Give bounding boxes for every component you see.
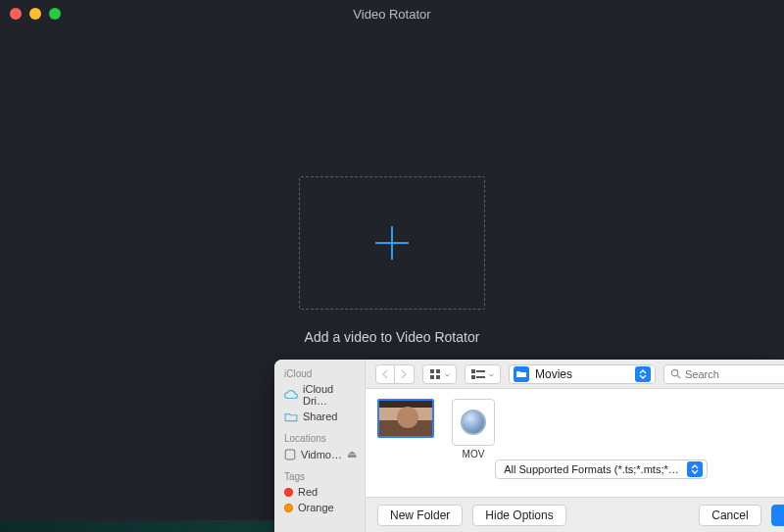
quicktime-file-icon xyxy=(452,399,495,446)
group-icon xyxy=(471,369,485,379)
sidebar-item-icloud-drive[interactable]: iCloud Dri… xyxy=(274,381,365,409)
dock-background-sliver xyxy=(0,520,274,532)
sidebar-item-label: Vidmo… xyxy=(301,449,342,460)
format-filter-label: All Supported Formats (*.ts;*.mts;*… xyxy=(504,463,679,475)
forward-button[interactable] xyxy=(395,364,415,384)
search-input[interactable] xyxy=(685,368,784,380)
open-file-dialog: iCloud iCloud Dri… Shared Locations Vidm… xyxy=(274,360,784,532)
folder-icon xyxy=(514,366,529,382)
chevron-left-icon xyxy=(381,369,389,379)
svg-rect-8 xyxy=(476,376,485,378)
dialog-sidebar: iCloud iCloud Dri… Shared Locations Vidm… xyxy=(274,360,366,532)
file-item-selected[interactable] xyxy=(377,399,434,438)
file-label: MOV xyxy=(463,449,485,459)
plus-icon xyxy=(391,226,393,260)
dialog-main: ⌵ ⌵ Movies xyxy=(366,360,784,532)
cloud-icon xyxy=(284,390,298,400)
sidebar-item-label: Red xyxy=(298,486,318,498)
tag-dot-icon xyxy=(284,504,293,512)
eject-icon[interactable]: ⏏ xyxy=(347,448,357,460)
sidebar-header-tags: Tags xyxy=(274,468,365,484)
zoom-window-button[interactable] xyxy=(49,8,61,20)
dropdown-arrows-icon xyxy=(635,366,651,382)
svg-point-9 xyxy=(671,369,677,375)
format-filter-row: All Supported Formats (*.ts;*.mts;*… xyxy=(366,459,784,479)
chevron-down-icon: ⌵ xyxy=(489,369,494,378)
svg-rect-2 xyxy=(436,369,440,373)
svg-rect-6 xyxy=(476,370,485,372)
search-field[interactable] xyxy=(663,364,784,384)
window-title: Video Rotator xyxy=(0,7,784,22)
nav-buttons xyxy=(375,364,415,384)
sidebar-header-icloud: iCloud xyxy=(274,365,365,381)
titlebar: Video Rotator xyxy=(0,0,784,27)
dialog-toolbar: ⌵ ⌵ Movies xyxy=(366,360,784,389)
svg-rect-0 xyxy=(285,450,295,459)
window-controls xyxy=(10,8,61,20)
tag-dot-icon xyxy=(284,488,293,497)
shared-folder-icon xyxy=(284,411,298,422)
group-by-button[interactable]: ⌵ xyxy=(465,364,501,384)
sidebar-tag-red[interactable]: Red xyxy=(274,484,365,500)
sidebar-item-shared[interactable]: Shared xyxy=(274,409,365,424)
location-name: Movies xyxy=(535,367,629,381)
sidebar-header-locations: Locations xyxy=(274,430,365,446)
hide-options-button[interactable]: Hide Options xyxy=(472,505,565,526)
dropzone-caption: Add a video to Video Rotator xyxy=(0,329,784,345)
search-icon xyxy=(670,368,681,379)
svg-rect-5 xyxy=(471,369,475,373)
open-button[interactable]: Open xyxy=(771,505,784,526)
icon-view-icon xyxy=(429,368,441,380)
dropdown-arrows-icon xyxy=(687,461,703,477)
minimize-window-button[interactable] xyxy=(29,8,41,20)
chevron-right-icon xyxy=(400,369,408,379)
new-folder-button[interactable]: New Folder xyxy=(377,505,463,526)
add-video-dropzone[interactable] xyxy=(299,176,485,310)
back-button[interactable] xyxy=(375,364,395,384)
svg-rect-7 xyxy=(471,375,475,379)
disk-icon xyxy=(284,449,296,460)
video-thumbnail xyxy=(377,399,434,438)
sidebar-item-volume[interactable]: Vidmo… ⏏ xyxy=(274,446,365,462)
close-window-button[interactable] xyxy=(10,8,22,20)
svg-rect-3 xyxy=(430,375,434,379)
view-mode-button[interactable]: ⌵ xyxy=(422,364,457,384)
svg-rect-4 xyxy=(436,375,440,379)
chevron-down-icon: ⌵ xyxy=(445,369,450,378)
sidebar-item-label: iCloud Dri… xyxy=(303,383,357,407)
sidebar-item-label: Orange xyxy=(298,502,334,513)
cancel-button[interactable]: Cancel xyxy=(699,505,760,526)
file-browser[interactable]: MOV All Supported Formats (*.ts;*.mts;*… xyxy=(366,389,784,497)
file-item[interactable]: MOV xyxy=(452,399,495,459)
svg-rect-1 xyxy=(430,369,434,373)
dialog-footer: New Folder Hide Options Cancel Open xyxy=(366,497,784,532)
sidebar-item-label: Shared xyxy=(303,411,337,422)
format-filter-popup[interactable]: All Supported Formats (*.ts;*.mts;*… xyxy=(495,459,708,479)
sidebar-tag-orange[interactable]: Orange xyxy=(274,500,365,515)
location-popup[interactable]: Movies xyxy=(509,364,656,384)
